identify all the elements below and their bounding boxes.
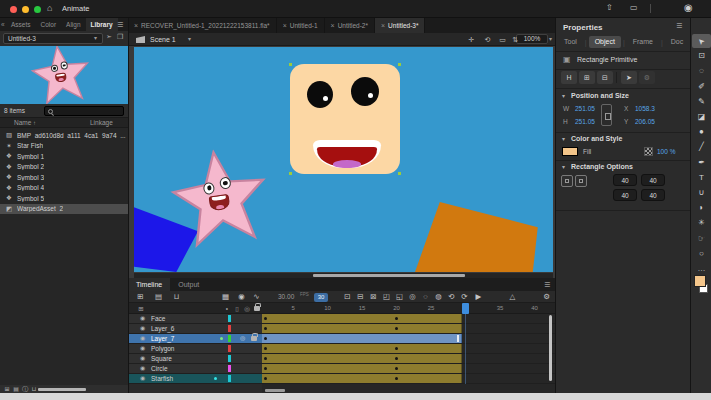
- position-size-header[interactable]: Position and Size: [571, 92, 629, 99]
- document-tab[interactable]: ×RECOVER_Untitled-1_20221222153811.fla*: [128, 18, 277, 33]
- new-symbol-icon[interactable]: ⊞: [3, 385, 11, 393]
- frame-span[interactable]: [262, 344, 462, 353]
- properties-tab-tool[interactable]: Tool: [558, 36, 583, 48]
- pin-library-icon[interactable]: ➣: [106, 33, 112, 41]
- insert-blank-keyframe-icon[interactable]: ⊟: [354, 291, 367, 303]
- settings-button[interactable]: ⚙: [639, 71, 655, 84]
- layer-visibility-icon[interactable]: ◉: [138, 374, 147, 383]
- layer-row-starfish[interactable]: ◉Starfish: [128, 374, 262, 384]
- text-tool[interactable]: T: [692, 171, 711, 185]
- delete-item-icon[interactable]: ⊔: [30, 385, 38, 393]
- close-tab-icon[interactable]: ×: [283, 22, 287, 29]
- layer-visibility-icon[interactable]: ◉: [138, 314, 147, 323]
- hand-tool[interactable]: ☞: [692, 232, 711, 246]
- layer-visibility-icon[interactable]: ◉: [138, 354, 147, 363]
- alpha-input[interactable]: 100 %: [657, 148, 675, 155]
- w-input[interactable]: 251.05: [575, 105, 595, 112]
- line-tool[interactable]: ╱: [692, 140, 711, 154]
- selection-handle[interactable]: [289, 172, 292, 175]
- eraser-tool[interactable]: ◪: [692, 110, 711, 124]
- timeline-tab-timeline[interactable]: Timeline: [128, 278, 170, 291]
- selection-handle[interactable]: [398, 63, 401, 66]
- layer-row-layer_7[interactable]: ◉Layer_7◎: [128, 334, 262, 344]
- new-folder-icon[interactable]: ▤: [12, 385, 20, 393]
- timeline-menu-icon[interactable]: ☰: [544, 278, 550, 291]
- chevron-down-icon[interactable]: ▾: [188, 33, 191, 46]
- layer-frames-starfish[interactable]: [262, 374, 555, 384]
- fps-value[interactable]: 30.00: [278, 291, 294, 303]
- panel-tab-color[interactable]: Color: [36, 18, 62, 31]
- properties-tab-doc[interactable]: Doc: [665, 36, 689, 48]
- panel-tab-library[interactable]: Library: [86, 18, 118, 31]
- chevron-down-icon[interactable]: ▾: [562, 135, 565, 142]
- onion-outlines-icon[interactable]: ◌: [419, 291, 432, 303]
- x-input[interactable]: 1058.3: [635, 105, 655, 112]
- library-item[interactable]: ✶Star Fish: [0, 141, 128, 152]
- layer-visibility-icon[interactable]: ◉: [138, 344, 147, 353]
- link-dimensions-toggle[interactable]: [601, 104, 612, 126]
- library-item[interactable]: ❖Symbol 1: [0, 151, 128, 162]
- cut-frames-icon[interactable]: ◰: [380, 291, 393, 303]
- properties-menu-icon[interactable]: ☰: [676, 22, 682, 30]
- sort-ascending-icon[interactable]: ↑: [33, 118, 36, 128]
- send-to-button[interactable]: ➤: [621, 71, 637, 84]
- oval-tool[interactable]: ●: [692, 125, 711, 139]
- workspace-icon[interactable]: ▭: [630, 3, 638, 12]
- remove-frame-icon[interactable]: ⊠: [367, 291, 380, 303]
- library-search-input[interactable]: [44, 106, 124, 116]
- center-stage-icon[interactable]: ✛: [465, 33, 478, 46]
- selection-tool[interactable]: ➤: [692, 34, 711, 48]
- layer-visibility-icon[interactable]: ◉: [138, 334, 147, 343]
- document-tab[interactable]: ×Untitled-3*: [375, 18, 425, 33]
- zoom-stepper-icon[interactable]: ⇅: [509, 33, 522, 46]
- frame-view-icon[interactable]: ∿: [250, 291, 263, 303]
- flip-horizontal-button[interactable]: H: [561, 71, 577, 84]
- corner-radius-mode-button[interactable]: [561, 175, 573, 187]
- minimize-window-button[interactable]: [22, 6, 29, 13]
- current-frame-badge[interactable]: 30: [314, 293, 328, 302]
- delete-icon[interactable]: ⊔: [170, 291, 183, 303]
- pen-tool[interactable]: ✒: [692, 156, 711, 170]
- timeline-settings-icon[interactable]: ⚙: [540, 291, 553, 303]
- corner-radius-input[interactable]: 40: [613, 189, 637, 201]
- library-item[interactable]: ❖Symbol 4: [0, 183, 128, 194]
- center-frame-icon[interactable]: △: [506, 291, 519, 303]
- user-avatar[interactable]: ◉: [684, 2, 693, 13]
- zoom-tool[interactable]: ○: [692, 247, 711, 261]
- arrange-button[interactable]: ⊟: [597, 71, 613, 84]
- paste-frames-icon[interactable]: ◱: [393, 291, 406, 303]
- play-icon[interactable]: ▶: [472, 291, 485, 303]
- panel-tab-assets[interactable]: Assets: [6, 18, 36, 31]
- selection-handle[interactable]: [289, 63, 292, 66]
- library-item[interactable]: ❖Symbol 3: [0, 172, 128, 183]
- scene-label[interactable]: Scene 1: [150, 33, 176, 46]
- layer-color-swatch[interactable]: [228, 315, 231, 322]
- column-linkage[interactable]: Linkage: [90, 118, 113, 128]
- fill-color-chip[interactable]: [694, 275, 706, 287]
- frame-span[interactable]: [262, 324, 462, 333]
- corner-radius-unlink-button[interactable]: [575, 175, 587, 187]
- share-icon[interactable]: ⇧: [606, 3, 613, 12]
- layer-frames-square[interactable]: [262, 354, 555, 364]
- close-tab-icon[interactable]: ×: [381, 22, 385, 29]
- frame-span[interactable]: [262, 364, 462, 373]
- insert-keyframe-icon[interactable]: ⊡: [341, 291, 354, 303]
- corner-radius-input[interactable]: 40: [641, 189, 665, 201]
- layer-onion-icon[interactable]: ◎: [238, 334, 247, 343]
- layer-row-face[interactable]: ◉Face: [128, 314, 262, 324]
- loop-icon[interactable]: ⟳: [458, 291, 471, 303]
- document-tab[interactable]: ×Untitled-2*: [325, 18, 375, 33]
- column-name[interactable]: Name: [14, 118, 31, 128]
- properties-tab-frame[interactable]: Frame: [627, 36, 659, 48]
- chevron-down-icon[interactable]: ▾: [562, 163, 565, 170]
- free-transform-tool[interactable]: ⊡: [692, 49, 711, 63]
- close-window-button[interactable]: [10, 6, 17, 13]
- library-hscroll[interactable]: [38, 388, 86, 391]
- timeline-tab-output[interactable]: Output: [170, 278, 207, 291]
- layer-frames-polygon[interactable]: [262, 344, 555, 354]
- frame-span[interactable]: [262, 314, 462, 323]
- layer-row-polygon[interactable]: ◉Polygon: [128, 344, 262, 354]
- more-tools[interactable]: …: [692, 262, 711, 276]
- chevron-down-icon[interactable]: ▾: [549, 33, 552, 46]
- orange-polygon-shape[interactable]: [415, 202, 539, 272]
